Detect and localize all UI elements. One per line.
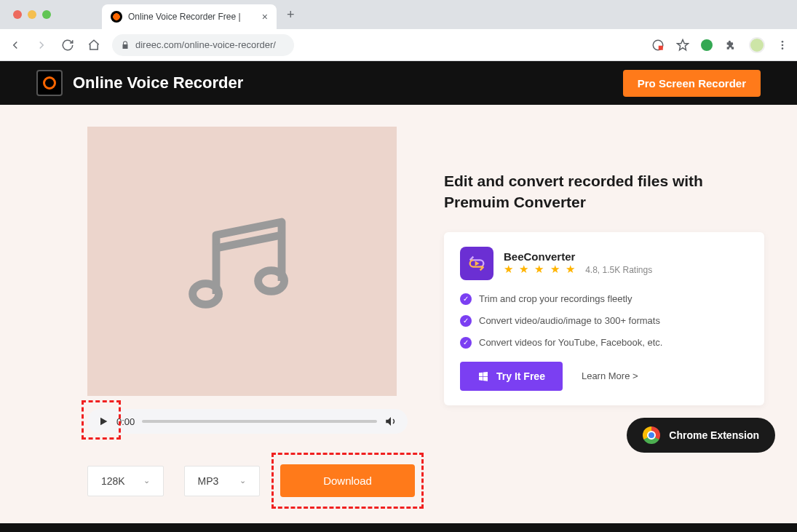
try-free-label: Try It Free	[496, 370, 545, 382]
url-text: direec.com/online-voice-recorder/	[135, 39, 276, 50]
feature-text: Convert video/audio/image to 300+ format…	[479, 315, 660, 326]
chrome-logo-icon	[643, 426, 660, 444]
toolbar-right	[651, 37, 788, 53]
new-tab-button[interactable]: +	[287, 7, 295, 23]
home-icon[interactable]	[87, 39, 100, 52]
chrome-extension-label: Chrome Extension	[669, 429, 759, 441]
profile-avatar[interactable]	[749, 37, 765, 53]
download-wrap: Download	[280, 464, 415, 497]
lock-icon	[121, 41, 130, 49]
feature-text: Convert videos for YouTube, Facebook, et…	[479, 337, 662, 348]
audio-player: 0:00	[87, 409, 408, 434]
player-seek-slider[interactable]	[142, 420, 377, 423]
chevron-down-icon: ⌄	[143, 476, 150, 485]
main-content: 0:00 128K ⌄ MP3 ⌄ Download Edit and conv…	[0, 105, 797, 526]
bitrate-value: 128K	[101, 475, 125, 487]
export-controls: 128K ⌄ MP3 ⌄ Download	[87, 464, 415, 497]
star-icon[interactable]	[676, 39, 689, 52]
feature-item: ✓ Convert video/audio/image to 300+ form…	[460, 315, 748, 327]
audio-cover	[87, 127, 397, 396]
download-highlight-annotation	[271, 453, 424, 509]
tab-favicon-icon	[111, 11, 122, 23]
chrome-extension-button[interactable]: Chrome Extension	[627, 418, 775, 453]
svg-point-6	[258, 271, 284, 292]
nav-controls	[9, 39, 100, 52]
window-close[interactable]	[13, 10, 22, 19]
extension-dot-icon[interactable]	[701, 39, 713, 51]
site-title: Online Voice Recorder	[73, 74, 243, 92]
promo-header: BeeConverter ★ ★ ★ ★ ★ 4.8, 1.5K Ratings	[460, 247, 748, 280]
try-free-button[interactable]: Try It Free	[460, 362, 563, 391]
promo-app-name: BeeConverter	[504, 250, 652, 263]
svg-point-3	[782, 44, 784, 46]
svg-rect-1	[659, 45, 663, 49]
tab-title: Online Voice Recorder Free |	[128, 12, 256, 22]
pro-recorder-button[interactable]: Pro Screen Recorder	[623, 70, 761, 97]
beeconverter-app-icon	[460, 247, 493, 280]
format-select[interactable]: MP3 ⌄	[184, 466, 261, 496]
play-highlight-annotation	[82, 400, 121, 440]
tab-close-icon[interactable]: ×	[262, 11, 268, 23]
promo-card: BeeConverter ★ ★ ★ ★ ★ 4.8, 1.5K Ratings…	[444, 232, 764, 405]
site-header: Online Voice Recorder Pro Screen Recorde…	[0, 61, 797, 105]
address-bar[interactable]: direec.com/online-voice-recorder/	[112, 34, 294, 56]
volume-icon[interactable]	[384, 415, 397, 428]
feature-item: ✓ Trim and crop your recordings fleetly	[460, 293, 748, 305]
svg-point-4	[782, 47, 784, 49]
promo-heading: Edit and convert recorded files with Pre…	[444, 170, 764, 213]
menu-dots-icon[interactable]	[777, 39, 788, 51]
back-icon[interactable]	[9, 39, 22, 52]
window-controls	[13, 10, 51, 19]
chevron-down-icon: ⌄	[239, 476, 246, 485]
rating-text: 4.8, 1.5K Ratings	[585, 265, 652, 275]
music-note-icon	[177, 196, 308, 327]
reload-icon[interactable]	[61, 39, 74, 52]
window-maximize[interactable]	[42, 10, 51, 19]
learn-more-link[interactable]: Learn More >	[582, 370, 638, 381]
browser-toolbar: direec.com/online-voice-recorder/	[0, 29, 797, 61]
check-icon: ✓	[460, 315, 472, 327]
bitrate-select[interactable]: 128K ⌄	[87, 466, 164, 496]
promo-actions: Try It Free Learn More >	[460, 362, 748, 391]
window-minimize[interactable]	[28, 10, 36, 19]
tab-bar: Online Voice Recorder Free | × +	[0, 0, 797, 29]
windows-icon	[477, 370, 489, 382]
footer-bar	[0, 523, 797, 532]
browser-chrome: Online Voice Recorder Free | × + direec.…	[0, 0, 797, 61]
extension-badge-icon[interactable]	[651, 39, 665, 52]
feature-text: Trim and crop your recordings fleetly	[479, 293, 633, 304]
svg-point-5	[192, 284, 218, 305]
puzzle-icon[interactable]	[724, 39, 737, 52]
svg-marker-7	[475, 261, 480, 266]
forward-icon[interactable]	[35, 39, 48, 52]
svg-point-2	[782, 41, 784, 43]
rating-stars-icon: ★ ★ ★ ★ ★	[504, 263, 576, 275]
feature-item: ✓ Convert videos for YouTube, Facebook, …	[460, 337, 748, 349]
left-column: 0:00 128K ⌄ MP3 ⌄ Download	[87, 127, 415, 497]
check-icon: ✓	[460, 293, 472, 305]
site-logo-icon	[36, 70, 63, 96]
browser-tab[interactable]: Online Voice Recorder Free | ×	[102, 4, 277, 29]
format-value: MP3	[198, 475, 219, 487]
check-icon: ✓	[460, 337, 472, 349]
